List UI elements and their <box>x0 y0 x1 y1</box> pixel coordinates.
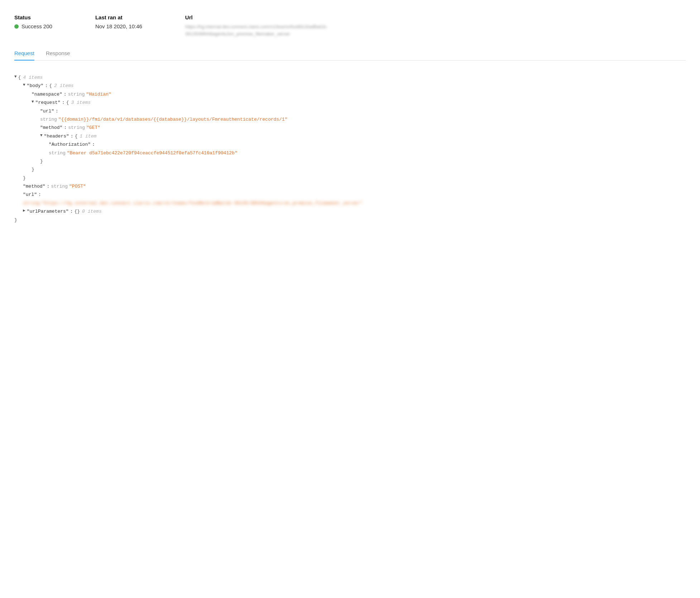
url-label: Url <box>185 14 329 20</box>
request-key: "request" <box>35 98 61 107</box>
body-items-count: 2 items <box>54 82 74 90</box>
url-type: string <box>40 115 57 124</box>
status-label: Status <box>14 14 52 20</box>
url-key: "url" <box>40 107 54 115</box>
status-section: Status Success 200 <box>14 14 52 29</box>
outer-method-value: "POST" <box>69 182 86 191</box>
url-section: Url https://hg.internal.dev.connect.clar… <box>185 14 329 37</box>
last-ran-value: Nov 18 2020, 10:46 <box>95 23 142 29</box>
outer-url-type: string <box>23 199 40 207</box>
last-ran-label: Last ran at <box>95 14 142 20</box>
auth-value: "Bearer d5a71ebc422e720f94ceaccfe944512f… <box>67 149 238 157</box>
body-line: ▼ "body" : { 2 items <box>14 82 686 90</box>
root-items-count: 4 items <box>23 73 43 82</box>
last-ran-section: Last ran at Nov 18 2020, 10:46 <box>95 14 142 29</box>
outer-method-key: "method" <box>23 182 45 191</box>
tab-request[interactable]: Request <box>14 50 34 61</box>
outer-method-line: "method" : string "POST" <box>14 182 686 191</box>
inner-method-key: "method" <box>40 124 62 132</box>
tabs-bar: Request Response <box>14 50 686 61</box>
request-line: ▼ "request" : { 3 items <box>14 98 686 107</box>
outer-url-key: "url" <box>23 191 37 199</box>
root-line: ▼ { 4 items <box>14 73 686 82</box>
inner-method-line: "method" : string "GET" <box>14 124 686 132</box>
headers-line: ▼ "headers" : { 1 item <box>14 132 686 140</box>
auth-key: "Authorization" <box>49 140 91 149</box>
url-string-value: "{{domain}}/fmi/data/v1/databases/{{data… <box>58 115 288 124</box>
outer-method-type: string <box>51 182 68 191</box>
body-close: } <box>14 174 686 182</box>
root-toggle[interactable]: ▼ <box>14 73 17 81</box>
namespace-type: string <box>68 90 85 98</box>
outer-url-key-line: "url" : <box>14 191 686 199</box>
root-close: } <box>14 216 686 224</box>
json-viewer: ▼ { 4 items ▼ "body" : { 2 items "namesp… <box>14 71 686 227</box>
status-bar: Status Success 200 Last ran at Nov 18 20… <box>14 14 686 37</box>
url-value-line: string "{{domain}}/fmi/data/v1/databases… <box>14 115 686 124</box>
inner-method-value: "GET" <box>86 124 100 132</box>
url-key-line: "url" : <box>14 107 686 115</box>
headers-items-count: 1 item <box>80 132 96 140</box>
status-dot-icon <box>14 24 19 29</box>
status-value-row: Success 200 <box>14 23 52 29</box>
auth-value-line: string "Bearer d5a71ebc422e720f94ceaccfe… <box>14 149 686 157</box>
auth-key-line: "Authorization" : <box>14 140 686 149</box>
url-params-toggle[interactable]: ▶ <box>23 207 25 214</box>
url-params-key: "urlParameters" <box>27 207 69 216</box>
status-text: Success 200 <box>21 23 52 29</box>
url-params-count: 0 items <box>82 207 102 216</box>
request-close: } <box>14 165 686 174</box>
inner-method-type: string <box>68 124 85 132</box>
request-toggle[interactable]: ▼ <box>32 98 34 106</box>
tab-response[interactable]: Response <box>46 50 70 61</box>
headers-key: "headers" <box>44 132 69 140</box>
namespace-value: "Haidian" <box>86 90 111 98</box>
headers-toggle[interactable]: ▼ <box>40 132 43 139</box>
request-items-count: 3 items <box>71 98 91 107</box>
url-params-line: ▶ "urlParameters" : {} 0 items <box>14 207 686 216</box>
body-toggle[interactable]: ▼ <box>23 82 25 89</box>
outer-url-value: "https://hg.internal.dev.connect.claris.… <box>41 199 363 207</box>
headers-close: } <box>14 157 686 165</box>
namespace-key: "namespace" <box>32 90 62 98</box>
outer-url-value-line: string "https://hg.internal.dev.connect.… <box>14 199 686 207</box>
auth-type: string <box>49 149 66 157</box>
namespace-line: "namespace" : string "Haidian" <box>14 90 686 98</box>
url-value: https://hg.internal.dev.connect.claris.c… <box>185 23 329 37</box>
